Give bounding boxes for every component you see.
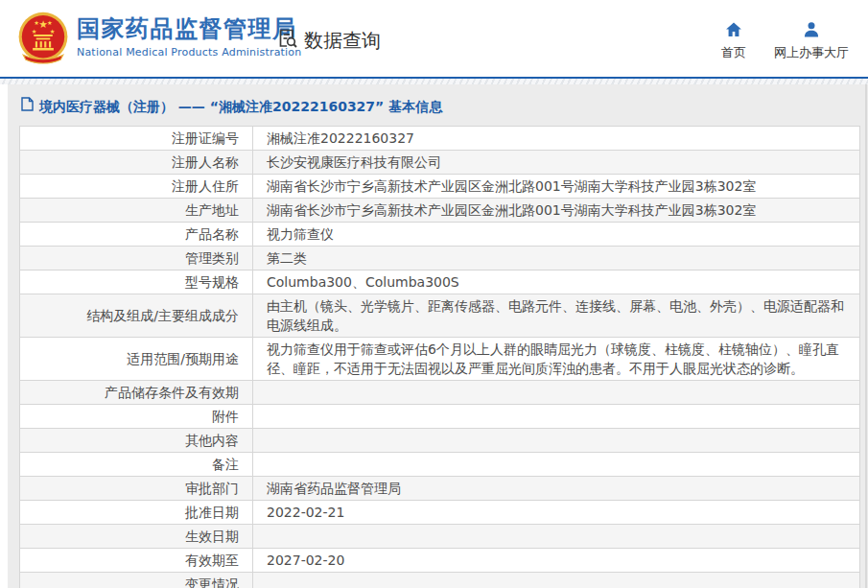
breadcrumb: 境内医疗器械（注册） —— “湘械注准20222160327” 基本信息 [21, 97, 860, 116]
nav-home-label: 首页 [721, 45, 746, 59]
svg-text:★: ★ [50, 28, 56, 35]
row-value [253, 525, 860, 549]
table-row: 适用范围/预期用途视力筛查仪用于筛查或评估6个月以上人群的眼睛屈光力（球镜度、柱… [20, 338, 860, 381]
row-value [253, 381, 860, 405]
row-label: 产品储存条件及有效期 [20, 381, 253, 405]
table-row: 其他内容 [20, 429, 860, 453]
row-value: 湘械注准20222160327 [253, 127, 860, 151]
row-value: 长沙安视康医疗科技有限公司 [253, 151, 860, 175]
row-label: 注册人名称 [20, 151, 253, 175]
table-row: 备注 [20, 453, 860, 477]
row-value [253, 573, 860, 588]
table-row: 型号规格Columba300、Columba300S [20, 270, 860, 294]
site-header: ★ ★ ★ ★ ★ 国家药品监督管理局 National Medical Pro… [0, 0, 868, 77]
row-label: 审批部门 [20, 477, 253, 501]
row-label: 结构及组成/主要组成成分 [20, 294, 253, 338]
row-value: 2027-02-20 [253, 549, 860, 573]
table-row: 注册证编号湘械注准20222160327 [20, 127, 860, 151]
org-title: 国家药品监督管理局 [77, 14, 301, 43]
data-query-label: 数据查询 [304, 28, 381, 54]
row-value: 视力筛查仪用于筛查或评估6个月以上人群的眼睛屈光力（球镜度、柱镜度、柱镜轴位）、… [253, 338, 860, 381]
svg-text:★: ★ [47, 19, 53, 26]
data-query-section[interactable]: 数据查询 [276, 27, 381, 55]
table-row: 生产地址湖南省长沙市宁乡高新技术产业园区金洲北路001号湖南大学科技产业园3栋3… [20, 199, 860, 223]
content-panel: 境内医疗器械（注册） —— “湘械注准20222160327” 基本信息 注册证… [8, 84, 868, 588]
nav-home[interactable]: 首页 [710, 20, 758, 60]
nav-hall-label: 网上办事大厅 [774, 45, 849, 59]
table-row: 附件 [20, 405, 860, 429]
breadcrumb-text: 境内医疗器械（注册） —— “湘械注准20222160327” 基本信息 [39, 98, 442, 116]
svg-text:★: ★ [34, 19, 39, 26]
row-label: 产品名称 [20, 223, 253, 247]
row-value: 湖南省药品监督管理局 [253, 477, 860, 501]
row-value: 2022-02-21 [253, 501, 860, 525]
table-row: 注册人名称长沙安视康医疗科技有限公司 [20, 151, 860, 175]
row-value [253, 405, 860, 429]
row-label: 生效日期 [20, 525, 253, 549]
org-title-block: 国家药品监督管理局 National Medical Products Admi… [77, 14, 301, 59]
table-row: 生效日期 [20, 525, 860, 549]
table-row: 产品储存条件及有效期 [20, 381, 860, 405]
row-value [253, 453, 860, 477]
row-label: 管理类别 [20, 247, 253, 270]
page: ★ ★ ★ ★ ★ 国家药品监督管理局 National Medical Pro… [0, 0, 868, 588]
row-value: 湖南省长沙市宁乡高新技术产业园区金洲北路001号湖南大学科技产业园3栋302室 [253, 175, 860, 199]
row-value: Columba300、Columba300S [253, 270, 860, 294]
row-value: 第二类 [253, 247, 860, 270]
table-row: 有效期至2027-02-20 [20, 549, 860, 573]
row-label: 生产地址 [20, 199, 253, 223]
row-value: 湖南省长沙市宁乡高新技术产业园区金洲北路001号湖南大学科技产业园3栋302室 [253, 199, 860, 223]
nav-online-hall[interactable]: 网上办事大厅 [765, 20, 857, 60]
document-icon [21, 97, 34, 116]
row-value: 视力筛查仪 [253, 223, 860, 247]
row-label: 其他内容 [20, 429, 253, 453]
table-row: 变更情况 [20, 573, 860, 588]
row-value [253, 429, 860, 453]
table-row: 批准日期2022-02-21 [20, 501, 860, 525]
row-value: 由主机（镜头、光学镜片、距离传感器、电路元件、连接线、屏幕、电池、外壳）、电源适… [253, 294, 860, 338]
table-row: 管理类别第二类 [20, 247, 860, 270]
info-table: 注册证编号湘械注准20222160327注册人名称长沙安视康医疗科技有限公司注册… [19, 126, 860, 588]
row-label: 适用范围/预期用途 [20, 338, 253, 381]
row-label: 批准日期 [20, 501, 253, 525]
doc-search-icon [276, 27, 299, 55]
row-label: 变更情况 [20, 573, 253, 588]
row-label: 型号规格 [20, 270, 253, 294]
org-subtitle: National Medical Products Administration [77, 46, 301, 59]
table-row: 审批部门湖南省药品监督管理局 [20, 477, 860, 501]
table-row: 结构及组成/主要组成成分由主机（镜头、光学镜片、距离传感器、电路元件、连接线、屏… [20, 294, 860, 338]
home-icon [710, 20, 758, 39]
row-label: 附件 [20, 405, 253, 429]
svg-text:★: ★ [32, 28, 37, 35]
row-label: 注册证编号 [20, 127, 253, 151]
row-label: 注册人住所 [20, 175, 253, 199]
person-icon [765, 20, 857, 39]
table-row: 产品名称视力筛查仪 [20, 223, 860, 247]
row-label: 备注 [20, 453, 253, 477]
table-row: 注册人住所湖南省长沙市宁乡高新技术产业园区金洲北路001号湖南大学科技产业园3栋… [20, 175, 860, 199]
national-emblem-logo: ★ ★ ★ ★ ★ [15, 11, 71, 66]
row-label: 有效期至 [20, 549, 253, 573]
